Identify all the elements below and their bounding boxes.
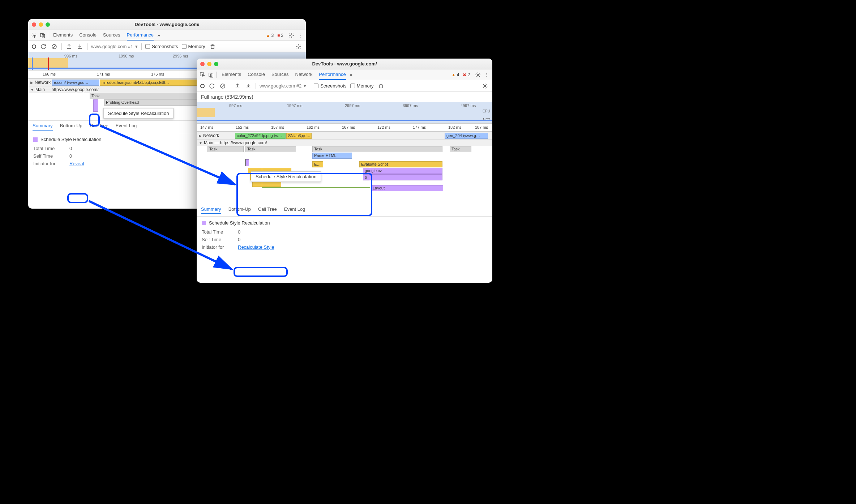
screenshots-checkbox[interactable]: Screenshots	[314, 83, 346, 89]
tab-sources[interactable]: Sources	[271, 69, 289, 80]
network-item[interactable]: color_272x92dp.png (w…	[235, 133, 286, 139]
download-icon[interactable]	[76, 43, 84, 50]
tab-elements[interactable]: Elements	[222, 69, 241, 80]
tab-bottom-up[interactable]: Bottom-Up	[60, 123, 82, 131]
upload-icon[interactable]	[65, 43, 73, 50]
flame-overhead[interactable]: Profiling Overhead	[104, 99, 198, 106]
time-ruler[interactable]: 147 ms 152 ms 157 ms 162 ms 167 ms 172 m…	[197, 124, 492, 132]
memory-checkbox[interactable]: Memory	[182, 44, 205, 49]
overview-time: 2997 ms	[345, 103, 360, 108]
record-button[interactable]	[32, 44, 36, 49]
inspect-icon[interactable]	[30, 32, 38, 39]
reload-icon[interactable]	[40, 43, 47, 50]
kebab-icon[interactable]: ⋮	[296, 32, 304, 39]
tab-performance[interactable]: Performance	[127, 30, 154, 40]
panel-tabs: Elements Console Sources Network Perform…	[222, 69, 346, 80]
recording-select[interactable]: www.google.com #2 ▾	[260, 83, 306, 89]
flame-google-cv[interactable]: google.cv	[363, 168, 442, 174]
tab-call-tree[interactable]: Call Tree	[258, 206, 277, 214]
gear-icon[interactable]	[474, 71, 482, 78]
memory-checkbox[interactable]: Memory	[350, 83, 374, 89]
device-icon[interactable]	[207, 71, 215, 78]
gear-icon[interactable]	[482, 82, 489, 90]
summary-row: Self Time0	[202, 237, 487, 242]
tab-sources[interactable]: Sources	[103, 30, 120, 40]
flame-layout[interactable]: Layout	[371, 185, 443, 191]
zoom-icon[interactable]	[214, 62, 218, 66]
warning-badge[interactable]: ▲4	[451, 72, 459, 77]
flame-e[interactable]: E…	[312, 161, 323, 167]
ruler-time: 172 ms	[377, 125, 390, 129]
tab-event-log[interactable]: Event Log	[284, 206, 305, 214]
tab-event-log[interactable]: Event Log	[116, 123, 137, 131]
summary-title: Schedule Style Recalculation	[202, 220, 487, 226]
reload-icon[interactable]	[208, 82, 215, 90]
summary-title-text: Schedule Style Recalculation	[40, 137, 101, 142]
flame-task[interactable]: Task	[207, 146, 244, 152]
timeline-overview[interactable]: 997 ms 1997 ms 2997 ms 3997 ms 4997 ms C…	[197, 102, 492, 124]
minimize-icon[interactable]	[207, 62, 211, 66]
reveal-link[interactable]: Reveal	[69, 161, 84, 166]
screenshots-checkbox[interactable]: Screenshots	[145, 44, 178, 49]
overview-time: 1996 ms	[119, 54, 134, 58]
flame-tooltip: Schedule Style Recalculation	[251, 171, 321, 182]
more-tabs-icon[interactable]: »	[347, 71, 355, 78]
selected-flame[interactable]	[245, 159, 249, 166]
gc-icon[interactable]	[377, 82, 385, 90]
chevron-down-icon: ▾	[135, 44, 138, 49]
tab-console[interactable]: Console	[79, 30, 97, 40]
network-item[interactable]: gen_204 (www.g…	[445, 133, 488, 139]
error-badge[interactable]: ■3	[277, 33, 283, 38]
gc-icon[interactable]	[209, 43, 216, 50]
upload-icon[interactable]	[234, 82, 241, 90]
close-icon[interactable]	[32, 22, 36, 27]
tab-bottom-up[interactable]: Bottom-Up	[228, 206, 251, 214]
devtools-window-2: DevTools - www.google.com/ Elements Cons…	[197, 59, 492, 283]
traffic-lights	[32, 22, 50, 27]
download-icon[interactable]	[245, 82, 252, 90]
kebab-icon[interactable]: ⋮	[483, 71, 490, 78]
flame-task[interactable]: Task	[245, 146, 296, 152]
initiator-label: Initiator for	[33, 161, 62, 166]
network-item[interactable]: SNUn3,qd…	[286, 133, 312, 139]
inspect-icon[interactable]	[199, 71, 206, 78]
flame-task[interactable]: Task	[450, 146, 471, 152]
clear-icon[interactable]	[219, 82, 226, 90]
flame-task[interactable]: Task	[312, 146, 442, 152]
titlebar: DevTools - www.google.com/	[197, 59, 492, 69]
network-item[interactable]: e.com/ (www.goo…	[52, 80, 99, 86]
clear-icon[interactable]	[51, 43, 58, 50]
tab-network[interactable]: Network	[295, 69, 313, 80]
network-track-label: Network	[203, 133, 219, 138]
flame-task[interactable]: Task	[90, 93, 198, 99]
minimize-icon[interactable]	[39, 22, 43, 27]
flame-parse-html[interactable]: Parse HTML	[312, 153, 352, 159]
recording-select[interactable]: www.google.com #1 ▾	[91, 44, 138, 49]
main-track-label: Main — https://www.google.com/	[35, 87, 99, 92]
flame-style-recalc[interactable]	[93, 99, 98, 112]
warning-badge[interactable]: ▲3	[266, 33, 274, 38]
overview-time: 4997 ms	[461, 103, 476, 108]
network-track-header[interactable]: ▶Network color_272x92dp.png (w… SNUn3,qd…	[197, 132, 492, 139]
memory-label: Memory	[188, 44, 205, 49]
recalculate-style-link[interactable]: Recalculate Style	[238, 244, 274, 250]
gear-icon[interactable]	[295, 43, 302, 50]
error-badge[interactable]: ✖2	[463, 72, 470, 77]
flame-p[interactable]: p	[363, 174, 442, 180]
flame-evaluate-script[interactable]: Evaluate Script	[359, 161, 442, 167]
device-icon[interactable]	[39, 32, 46, 39]
tab-elements[interactable]: Elements	[53, 30, 73, 40]
tab-console[interactable]: Console	[248, 69, 265, 80]
tab-summary[interactable]: Summary	[201, 206, 221, 214]
gear-icon[interactable]	[288, 32, 295, 39]
record-button[interactable]	[200, 84, 205, 88]
more-tabs-icon[interactable]: »	[155, 32, 162, 39]
perf-toolbar: www.google.com #2 ▾ Screenshots Memory	[197, 80, 492, 92]
main-track-header[interactable]: ▼Main — https://www.google.com/	[197, 139, 492, 146]
close-icon[interactable]	[200, 62, 205, 66]
tab-summary[interactable]: Summary	[33, 123, 53, 131]
network-item[interactable]: m=cdos,hsm,jsa,mb4ZUb,d,csi,cEt9…	[100, 80, 208, 86]
tab-call-tree[interactable]: Call Tree	[90, 123, 108, 131]
zoom-icon[interactable]	[46, 22, 50, 27]
tab-performance[interactable]: Performance	[319, 69, 346, 80]
